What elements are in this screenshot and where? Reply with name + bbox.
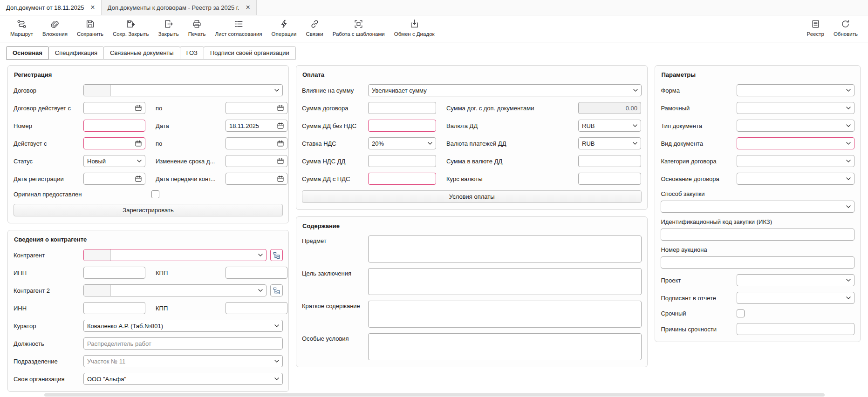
number-input[interactable] bbox=[83, 120, 145, 132]
kpp-input[interactable] bbox=[226, 267, 287, 279]
counterparty2-tree-button[interactable] bbox=[270, 284, 283, 296]
acts-from-date[interactable] bbox=[83, 137, 145, 149]
close-document-icon bbox=[164, 19, 173, 29]
tab-specifikaciya[interactable]: Спецификация bbox=[48, 46, 104, 60]
urgent-label: Срочный bbox=[661, 310, 737, 317]
paperclip-icon bbox=[50, 19, 60, 29]
subject-textarea[interactable] bbox=[368, 236, 642, 262]
vat-sum-input[interactable] bbox=[368, 155, 436, 167]
contract-valid-from-date[interactable] bbox=[83, 102, 145, 114]
counterparty-tree-button[interactable] bbox=[270, 249, 283, 261]
tab-svyazannye-dokumenty[interactable]: Связанные документы bbox=[103, 46, 180, 60]
special-terms-textarea[interactable] bbox=[368, 333, 642, 360]
urgency-reason-input[interactable] bbox=[737, 323, 854, 335]
toolbar-label: Реестр bbox=[807, 31, 824, 37]
kpp-label: КПП bbox=[145, 269, 226, 276]
close-icon[interactable]: × bbox=[246, 4, 250, 11]
attachments-button[interactable]: Вложения bbox=[38, 19, 72, 37]
transfer-date[interactable] bbox=[226, 173, 287, 185]
print-button[interactable]: Печать bbox=[184, 19, 211, 37]
term-change-date[interactable] bbox=[226, 155, 287, 167]
curator-select[interactable]: Коваленко А.Р. (Таб.№801) bbox=[83, 320, 283, 332]
category-select[interactable] bbox=[737, 155, 854, 167]
window-tab-registry[interactable]: Доп.документы к договорам - Реестр за 20… bbox=[102, 0, 257, 15]
acts-to-date[interactable] bbox=[226, 137, 287, 149]
chevron-down-icon bbox=[137, 160, 142, 162]
doc-kind-select[interactable] bbox=[737, 137, 854, 149]
calendar-icon[interactable] bbox=[135, 105, 142, 111]
approval-sheet-button[interactable]: Лист согласования bbox=[210, 19, 267, 37]
calendar-icon[interactable] bbox=[277, 158, 284, 164]
operations-button[interactable]: Операции bbox=[267, 19, 301, 37]
toolbar-label: Связки bbox=[306, 31, 323, 37]
calendar-icon[interactable] bbox=[277, 140, 284, 147]
toolbar-label: Закрыть bbox=[158, 31, 178, 37]
urgent-checkbox[interactable] bbox=[737, 310, 745, 317]
payment-terms-button[interactable]: Условия оплаты bbox=[302, 190, 642, 203]
save-close-button[interactable]: Сохр. Закрыть bbox=[108, 19, 153, 37]
contract-select[interactable] bbox=[83, 84, 283, 96]
tab-goz[interactable]: ГОЗ bbox=[180, 46, 204, 60]
summary-textarea[interactable] bbox=[368, 301, 642, 328]
registry-button[interactable]: Реестр bbox=[802, 19, 829, 37]
report-signer-select[interactable] bbox=[737, 292, 854, 304]
calendar-icon[interactable] bbox=[135, 140, 142, 147]
framework-select[interactable] bbox=[737, 102, 854, 114]
close-icon[interactable]: × bbox=[90, 4, 95, 11]
templates-button[interactable]: Работа с шаблонами bbox=[328, 19, 390, 37]
contract-valid-to-date[interactable] bbox=[226, 102, 287, 114]
department-select[interactable]: Участок № 11 bbox=[83, 355, 283, 367]
vat-rate-select[interactable]: 20% bbox=[368, 137, 436, 149]
registration-date[interactable] bbox=[83, 173, 145, 185]
form-select[interactable] bbox=[737, 84, 854, 96]
counterparty-code-segment[interactable] bbox=[84, 249, 111, 261]
counterparty-select[interactable] bbox=[83, 249, 267, 261]
pay-currency-select[interactable]: RUB bbox=[578, 137, 641, 149]
route-button[interactable]: Маршрут bbox=[6, 19, 38, 37]
status-select[interactable]: Новый bbox=[83, 155, 145, 167]
inn2-input[interactable] bbox=[83, 302, 145, 314]
tab-podpisi-organizacii[interactable]: Подписи своей организации bbox=[204, 46, 296, 60]
project-select[interactable] bbox=[737, 274, 854, 286]
ikz-input[interactable] bbox=[661, 229, 854, 241]
counterparty2-select[interactable] bbox=[83, 284, 267, 296]
contract-code-segment[interactable] bbox=[84, 85, 111, 96]
toolbar-label: Работа с шаблонами bbox=[333, 31, 385, 37]
panel-payment: Оплата Влияние на сумму Увеличивает сумм… bbox=[296, 65, 648, 210]
close-document-button[interactable]: Закрыть bbox=[153, 19, 183, 37]
to-label: по bbox=[145, 105, 226, 112]
counterparty2-code-segment[interactable] bbox=[84, 285, 111, 296]
position-input[interactable]: Распределитель работ bbox=[83, 337, 283, 350]
calendar-icon[interactable] bbox=[135, 175, 142, 182]
calendar-icon[interactable] bbox=[277, 122, 284, 129]
links-button[interactable]: Связки bbox=[301, 19, 328, 37]
procurement-method-select[interactable] bbox=[661, 201, 854, 213]
kpp2-input[interactable] bbox=[226, 302, 287, 314]
inn-input[interactable] bbox=[83, 267, 145, 279]
refresh-button[interactable]: Обновить bbox=[829, 19, 862, 37]
scrollbar-thumb[interactable] bbox=[44, 393, 825, 397]
influence-select[interactable]: Увеличивает сумму bbox=[368, 84, 642, 96]
date-input[interactable]: 18.11.2025 bbox=[226, 120, 287, 132]
window-tab-active[interactable]: Доп.документ от 18.11.2025 × bbox=[0, 0, 102, 15]
basis-label: Основание договора bbox=[661, 175, 737, 182]
auction-number-input[interactable] bbox=[661, 256, 854, 269]
diadoc-exchange-button[interactable]: Обмен с Диадок bbox=[390, 19, 439, 37]
contract-sum-input[interactable] bbox=[368, 102, 436, 114]
sum-with-vat-input[interactable] bbox=[368, 173, 436, 185]
original-provided-checkbox[interactable] bbox=[151, 190, 159, 198]
chevron-down-icon bbox=[633, 89, 638, 92]
sum-no-vat-input[interactable] bbox=[368, 120, 436, 132]
doc-type-select[interactable] bbox=[737, 120, 854, 132]
save-button[interactable]: Сохранить bbox=[72, 19, 108, 37]
sum-in-currency-input[interactable] bbox=[578, 155, 641, 167]
calendar-icon[interactable] bbox=[277, 105, 284, 111]
currency-rate-input[interactable] bbox=[578, 173, 641, 185]
purpose-textarea[interactable] bbox=[368, 268, 642, 295]
tab-osnovnaya[interactable]: Основная bbox=[6, 46, 49, 60]
calendar-icon[interactable] bbox=[277, 175, 284, 182]
register-button[interactable]: Зарегистрировать bbox=[14, 204, 283, 216]
own-organization-select[interactable]: ООО "Альфа" bbox=[83, 373, 283, 385]
currency-select[interactable]: RUB bbox=[578, 120, 641, 132]
basis-select[interactable] bbox=[737, 173, 854, 185]
